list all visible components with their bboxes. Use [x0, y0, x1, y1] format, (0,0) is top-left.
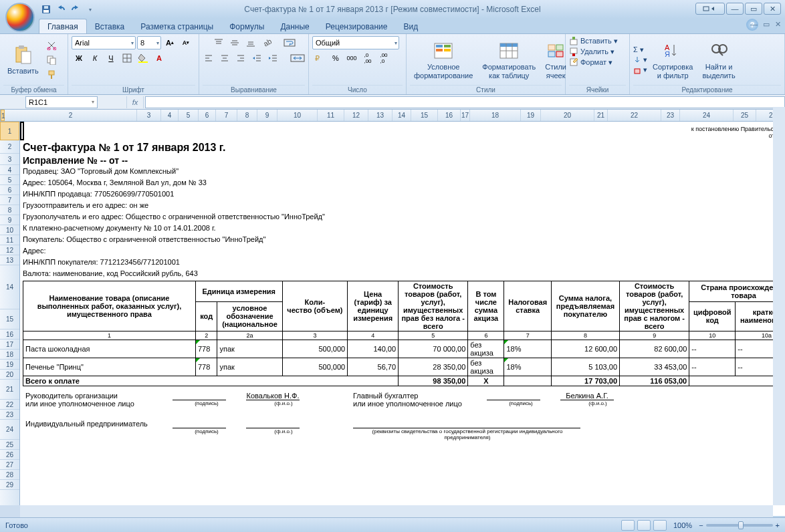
maximize-button[interactable]: ▭	[745, 3, 762, 15]
dec-decimal-icon[interactable]: ,00,0	[376, 51, 391, 65]
row-header[interactable]: 21	[0, 380, 19, 400]
row-header[interactable]: 2	[0, 140, 19, 154]
col-header[interactable]: 10	[277, 110, 318, 121]
row-header[interactable]: 17	[0, 340, 19, 350]
col-header[interactable]: 8	[237, 110, 257, 121]
row-header[interactable]: 10	[0, 225, 19, 235]
col-header[interactable]: 5	[179, 110, 199, 121]
row-header[interactable]: 20	[0, 370, 19, 380]
tab-formulas[interactable]: Формулы	[221, 19, 272, 33]
minimize-button[interactable]: —	[726, 3, 744, 15]
col-header[interactable]: 21	[594, 110, 608, 121]
inc-decimal-icon[interactable]: ,0,00	[360, 51, 375, 65]
col-header[interactable]: 19	[521, 110, 541, 121]
col-header[interactable]: 14	[392, 110, 411, 121]
page-layout-view-button[interactable]	[637, 520, 651, 531]
col-header[interactable]: 20	[541, 110, 594, 121]
row-header[interactable]: 25	[0, 440, 19, 450]
format-painter-icon[interactable]	[44, 68, 59, 82]
align-center-icon[interactable]	[217, 51, 232, 65]
align-right-icon[interactable]	[233, 51, 248, 65]
tab-pagelayout[interactable]: Разметка страницы	[132, 19, 221, 33]
row-header[interactable]: 7	[0, 195, 19, 205]
row-header[interactable]: 23	[0, 410, 19, 420]
clear-button[interactable]: ▾	[633, 65, 647, 74]
doc-minimize-icon[interactable]: —	[750, 20, 758, 29]
formula-input[interactable]	[145, 96, 785, 108]
name-box[interactable]: R1C1▾	[25, 96, 98, 108]
currency-icon[interactable]: ₽	[312, 51, 327, 65]
bold-icon[interactable]: Ж	[72, 51, 86, 65]
align-left-icon[interactable]	[201, 51, 216, 65]
italic-icon[interactable]: К	[88, 51, 102, 65]
row-header[interactable]: 16	[0, 329, 19, 340]
align-bottom-icon[interactable]	[243, 36, 258, 49]
sort-filter-button[interactable]: АЯ Сортировка и фильтр	[649, 39, 697, 80]
col-header[interactable]: 13	[368, 110, 392, 121]
save-icon[interactable]	[40, 3, 52, 15]
align-middle-icon[interactable]	[227, 36, 242, 49]
indent-inc-icon[interactable]	[265, 51, 280, 65]
col-header[interactable]: 7	[216, 110, 237, 121]
col-header[interactable]: 18	[470, 110, 521, 121]
percent-icon[interactable]: %	[328, 51, 343, 65]
col-header[interactable]: 17	[461, 110, 470, 121]
worksheet-grid[interactable]: 1234567891011121314151617181920212223242…	[0, 122, 785, 516]
conditional-format-button[interactable]: Условное форматирование	[410, 39, 477, 80]
doc-close-icon[interactable]: ✕	[775, 20, 781, 29]
find-select-button[interactable]: Найти и выделить	[698, 39, 739, 80]
merge-icon[interactable]	[288, 51, 307, 65]
zoom-in-button[interactable]: +	[776, 521, 780, 529]
row-header[interactable]: 9	[0, 215, 19, 225]
ribbon-min-icon[interactable]	[695, 3, 725, 15]
row-header[interactable]: 8	[0, 205, 19, 215]
page-break-view-button[interactable]	[653, 520, 667, 531]
fill-color-icon[interactable]	[136, 51, 150, 65]
doc-restore-icon[interactable]: ▭	[763, 20, 770, 29]
col-header[interactable]: 11	[318, 110, 344, 121]
col-header[interactable]: 23	[661, 110, 680, 121]
row-header[interactable]: 11	[0, 235, 19, 245]
shrink-font-icon[interactable]: A▾	[179, 36, 193, 49]
font-color-icon[interactable]: A	[152, 51, 166, 65]
redo-icon[interactable]	[70, 3, 82, 15]
col-header[interactable]: 22	[608, 110, 661, 121]
align-top-icon[interactable]	[211, 36, 226, 49]
undo-icon[interactable]	[55, 3, 67, 15]
tab-view[interactable]: Вид	[395, 19, 426, 33]
row-header[interactable]: 19	[0, 360, 19, 370]
row-header[interactable]: 28	[0, 470, 19, 480]
cut-icon[interactable]	[44, 39, 59, 52]
zoom-slider[interactable]	[706, 524, 773, 527]
col-header[interactable]: 6	[199, 110, 216, 121]
font-size-select[interactable]: 8	[137, 36, 161, 49]
row-header[interactable]: 5	[0, 175, 19, 185]
col-header[interactable]: 2	[5, 110, 137, 121]
copy-icon[interactable]	[44, 53, 59, 67]
col-header[interactable]: 4	[161, 110, 179, 121]
tab-data[interactable]: Данные	[272, 19, 317, 33]
tab-home[interactable]: Главная	[39, 19, 87, 33]
row-header[interactable]: 4	[0, 165, 19, 175]
close-button[interactable]: ✕	[764, 3, 781, 15]
orientation-icon[interactable]: ab	[259, 36, 274, 49]
row-header[interactable]: 24	[0, 420, 19, 440]
row-header[interactable]: 13	[0, 255, 19, 265]
fill-button[interactable]: ▾	[633, 55, 647, 64]
border-icon[interactable]	[120, 51, 134, 65]
delete-cells-button[interactable]: Удалить ▾	[569, 47, 614, 56]
row-header[interactable]: 15	[0, 309, 19, 329]
vertical-scrollbar[interactable]	[773, 107, 785, 505]
row-header[interactable]: 18	[0, 350, 19, 360]
row-header[interactable]: 14	[0, 265, 19, 309]
col-header[interactable]: 25	[734, 110, 756, 121]
fx-icon[interactable]: fx	[126, 96, 144, 108]
format-table-button[interactable]: Форматировать как таблицу	[478, 39, 540, 80]
col-header[interactable]: 3	[137, 110, 161, 121]
col-header[interactable]: 12	[344, 110, 368, 121]
insert-cells-button[interactable]: Вставить ▾	[569, 36, 618, 45]
row-header[interactable]: 22	[0, 400, 19, 410]
autosum-button[interactable]: Σ ▾	[633, 45, 647, 54]
tab-insert[interactable]: Вставка	[87, 19, 133, 33]
row-header[interactable]: 29	[0, 480, 19, 490]
